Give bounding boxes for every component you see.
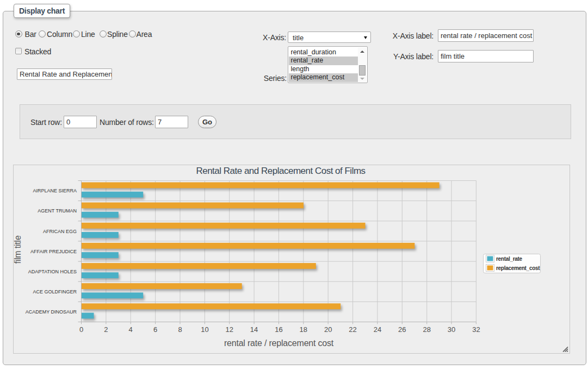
svg-text:AFRICAN EGG: AFRICAN EGG xyxy=(43,229,77,234)
svg-text:ACE GOLDFINGER: ACE GOLDFINGER xyxy=(33,289,77,294)
svg-text:AFFAIR PREJUDICE: AFFAIR PREJUDICE xyxy=(30,249,77,254)
svg-text:30: 30 xyxy=(448,325,455,334)
svg-text:AGENT TRUMAN: AGENT TRUMAN xyxy=(38,208,77,214)
svg-text:ADAPTATION HOLES: ADAPTATION HOLES xyxy=(28,269,77,274)
svg-text:32: 32 xyxy=(472,325,480,334)
svg-text:14: 14 xyxy=(250,325,258,334)
svg-text:AIRPLANE SIERRA: AIRPLANE SIERRA xyxy=(33,188,77,193)
svg-text:26: 26 xyxy=(398,325,406,334)
svg-text:28: 28 xyxy=(423,325,430,334)
svg-text:film title: film title xyxy=(13,235,22,264)
svg-text:0: 0 xyxy=(79,325,83,334)
svg-text:replacement_cost: replacement_cost xyxy=(496,265,540,271)
svg-text:rental_rate: rental_rate xyxy=(496,256,523,262)
svg-text:18: 18 xyxy=(300,325,307,334)
svg-text:4: 4 xyxy=(129,325,133,334)
svg-text:8: 8 xyxy=(178,325,182,334)
svg-text:22: 22 xyxy=(349,325,356,334)
svg-text:rental rate / replacement cost: rental rate / replacement cost xyxy=(224,338,334,348)
svg-text:ACADEMY DINOSAUR: ACADEMY DINOSAUR xyxy=(26,309,77,315)
svg-text:24: 24 xyxy=(374,325,381,334)
svg-text:2: 2 xyxy=(104,325,108,334)
svg-text:6: 6 xyxy=(153,325,157,334)
svg-text:Rental Rate and Replacement Co: Rental Rate and Replacement Cost of Film… xyxy=(196,166,365,176)
svg-text:12: 12 xyxy=(225,325,233,334)
svg-text:20: 20 xyxy=(324,325,332,334)
svg-text:10: 10 xyxy=(201,325,208,334)
svg-text:16: 16 xyxy=(275,325,282,334)
